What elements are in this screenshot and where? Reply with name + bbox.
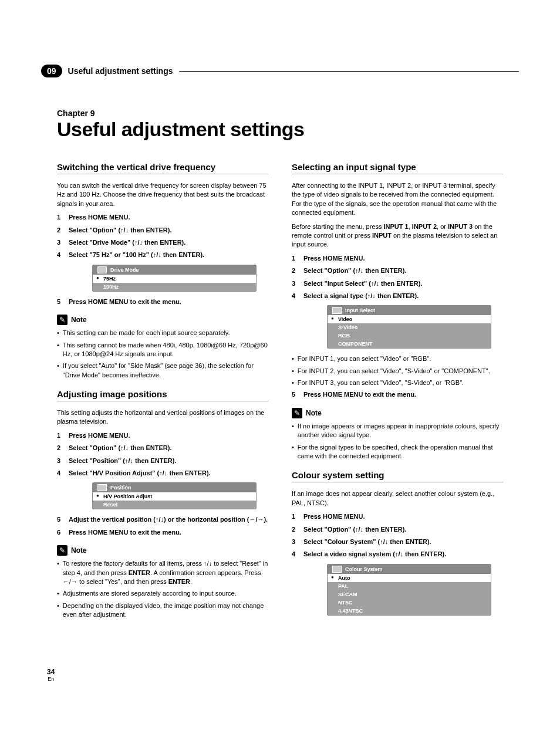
chapter-label: Chapter 9 bbox=[57, 109, 305, 118]
note-label: Note bbox=[306, 409, 322, 417]
note-text: For the signal types to be specified, ch… bbox=[298, 443, 503, 461]
section-heading: Selecting an input signal type bbox=[292, 162, 503, 172]
note-text: This setting cannot be made when 480i, 4… bbox=[63, 341, 268, 359]
page-header: 09 Useful adjustment settings bbox=[41, 65, 519, 77]
menu-item: H/V Position Adjust bbox=[93, 492, 256, 501]
step: 5Press HOME MENU to exit the menu. bbox=[57, 298, 268, 306]
input-bold: INPUT 3 bbox=[448, 223, 473, 230]
step-num: 2 bbox=[57, 444, 64, 452]
menu-item: S-Video bbox=[328, 323, 491, 332]
step-body: Select "Option" (↑/↓ then ENTER). bbox=[69, 444, 171, 452]
step-num: 1 bbox=[292, 512, 299, 521]
step: 1Press HOME MENU. bbox=[292, 512, 503, 521]
step-body: Press HOME MENU. bbox=[303, 512, 365, 521]
note-text: If no image appears or images appear in … bbox=[298, 422, 503, 440]
step: 1Press HOME MENU. bbox=[292, 254, 503, 263]
step: 4Select a signal type (↑/↓ then ENTER). bbox=[292, 292, 503, 300]
section-heading: Colour system setting bbox=[292, 470, 503, 480]
note-item: Adjustments are stored separately accord… bbox=[57, 589, 268, 598]
menu-item: 75Hz bbox=[93, 275, 256, 283]
step-num: 3 bbox=[57, 457, 64, 465]
right-column: Selecting an input signal type After con… bbox=[292, 153, 503, 623]
step-body: Press HOME MENU to exit the menu. bbox=[69, 528, 181, 537]
page-number: 34 bbox=[47, 668, 55, 676]
step-body: Select "75 Hz" or "100 Hz" (↑/↓ then ENT… bbox=[69, 251, 204, 259]
pencil-icon: ✎ bbox=[57, 315, 68, 325]
pencil-icon: ✎ bbox=[57, 545, 68, 556]
step-num: 1 bbox=[57, 213, 64, 222]
input-bold: INPUT 2 bbox=[412, 223, 437, 230]
note-label: Note bbox=[71, 546, 87, 555]
step-num: 4 bbox=[292, 292, 299, 300]
note-head: ✎ Note bbox=[57, 315, 268, 325]
menu-item: COMPONENT bbox=[328, 340, 491, 348]
step-num: 1 bbox=[292, 254, 299, 263]
menu-item: 100Hz bbox=[93, 283, 256, 291]
step-body: Select "Drive Mode" (↑/↓ then ENTER). bbox=[69, 238, 185, 247]
chapter-block: Chapter 9 Useful adjustment settings bbox=[57, 109, 305, 141]
step: 2Select "Option" (↑/↓ then ENTER). bbox=[57, 444, 268, 452]
note-item: This setting can be made for each input … bbox=[57, 329, 268, 337]
note-head: ✎ Note bbox=[292, 408, 503, 418]
step-body: Press HOME MENU. bbox=[303, 254, 365, 263]
step-body: Select "Option" (↑/↓ then ENTER). bbox=[303, 266, 406, 275]
note-item: If you select "Auto" for "Side Mask" (se… bbox=[57, 361, 268, 380]
header-rule bbox=[179, 71, 519, 72]
chapter-title: Useful adjustment settings bbox=[57, 118, 305, 141]
section-rule bbox=[57, 401, 268, 401]
note-text: Depending on the displayed video, the im… bbox=[63, 601, 268, 620]
step-num: 6 bbox=[57, 528, 64, 537]
section-intro: After connecting to the INPUT 1, INPUT 2… bbox=[292, 181, 503, 218]
menu-title: Position bbox=[93, 483, 256, 492]
step-num: 4 bbox=[292, 550, 299, 559]
step: 4Select "H/V Position Adjust" (↑/↓ then … bbox=[57, 469, 268, 478]
menu-input-select: Input Select Video S-Video RGB COMPONENT bbox=[327, 305, 491, 349]
menu-item: SECAM bbox=[328, 590, 491, 599]
step-body: Press HOME MENU to exit the menu. bbox=[303, 390, 416, 399]
list-item: For INPUT 1, you can select "Video" or "… bbox=[292, 354, 503, 363]
step: 2Select "Option" (↑/↓ then ENTER). bbox=[292, 266, 503, 275]
section-heading: Switching the vertical drive frequency bbox=[57, 162, 268, 172]
step: 3Select "Input Select" (↑/↓ then ENTER). bbox=[292, 279, 503, 288]
section-rule bbox=[57, 174, 268, 174]
menu-item: NTSC bbox=[328, 599, 491, 607]
input-bold: INPUT bbox=[372, 232, 392, 239]
step: 1Press HOME MENU. bbox=[57, 213, 268, 222]
t: For INPUT 1, you can select "Video" or "… bbox=[298, 354, 431, 363]
note-item: Depending on the displayed video, the im… bbox=[57, 601, 268, 620]
step-body: Select "Option" (↑/↓ then ENTER). bbox=[69, 226, 171, 235]
section-intro2: Before starting the menu, press INPUT 1,… bbox=[292, 222, 503, 249]
section-intro: You can switch the vertical drive freque… bbox=[57, 181, 268, 208]
note-text: To restore the factory defaults for all … bbox=[63, 559, 268, 586]
menu-colour-system: Colour System Auto PAL SECAM NTSC 4.43NT… bbox=[327, 564, 491, 616]
left-column: Switching the vertical drive frequency Y… bbox=[57, 153, 268, 623]
menu-item: RGB bbox=[328, 332, 491, 340]
footer: 34 En bbox=[47, 668, 55, 682]
menu-item: Reset bbox=[93, 501, 256, 509]
chapter-number-badge: 09 bbox=[41, 65, 62, 77]
input-bold: INPUT 1 bbox=[384, 223, 409, 230]
step-body: Select a signal type (↑/↓ then ENTER). bbox=[303, 292, 419, 300]
menu-drive-mode: Drive Mode 75Hz 100Hz bbox=[92, 265, 257, 292]
section-heading: Adjusting image positions bbox=[57, 389, 268, 399]
step-body: Select "Position" (↑/↓ then ENTER). bbox=[69, 457, 176, 465]
note-item: For the signal types to be specified, ch… bbox=[292, 443, 503, 461]
section-rule bbox=[292, 174, 503, 174]
menu-title: Drive Mode bbox=[93, 265, 256, 275]
step-body: Adjust the vertical position (↑/↓) or th… bbox=[69, 515, 268, 524]
pencil-icon: ✎ bbox=[292, 408, 302, 418]
menu-title: Colour System bbox=[328, 565, 491, 574]
step: 3Select "Position" (↑/↓ then ENTER). bbox=[57, 457, 268, 465]
chapter-header-title: Useful adjustment settings bbox=[68, 66, 173, 76]
note-text: Adjustments are stored separately accord… bbox=[63, 589, 237, 598]
step-num: 5 bbox=[57, 515, 64, 524]
step: 4Select a video signal system (↑/↓ then … bbox=[292, 550, 503, 559]
note-item: This setting cannot be made when 480i, 4… bbox=[57, 341, 268, 359]
step-body: Select a video signal system (↑/↓ then E… bbox=[303, 550, 446, 559]
t: For INPUT 2, you can select "Video", "S-… bbox=[298, 367, 490, 376]
step-num: 5 bbox=[57, 298, 64, 306]
step-num: 3 bbox=[57, 238, 64, 247]
step-num: 5 bbox=[292, 390, 299, 399]
note-item: To restore the factory defaults for all … bbox=[57, 559, 268, 586]
step: 6Press HOME MENU to exit the menu. bbox=[57, 528, 268, 537]
